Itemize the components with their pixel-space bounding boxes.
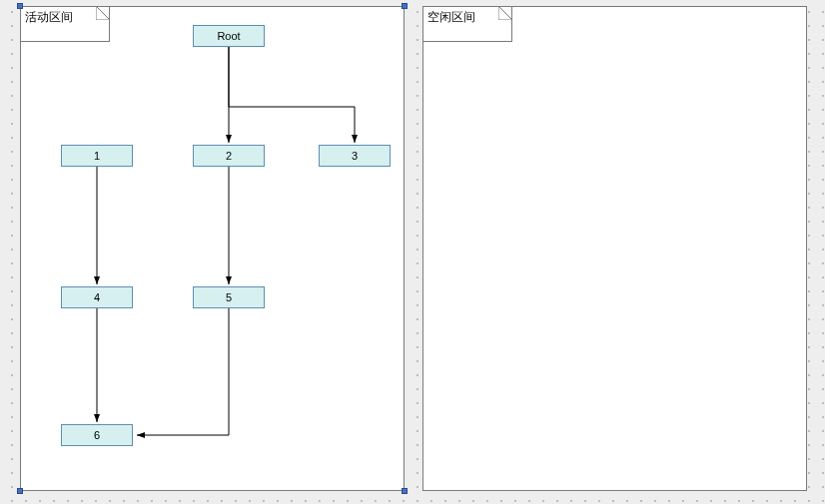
node-1[interactable]: 1 (61, 145, 133, 167)
node-label: 3 (352, 150, 358, 162)
svg-marker-0 (96, 6, 110, 20)
panel-title-right: 空闲区间 (427, 9, 475, 26)
node-root[interactable]: Root (193, 25, 265, 47)
panel-tab-right: 空闲区间 (422, 6, 512, 42)
selection-handle-tl[interactable] (17, 3, 23, 9)
node-label: 4 (94, 291, 100, 303)
node-6[interactable]: 6 (61, 424, 133, 446)
fold-corner-icon (498, 6, 512, 20)
fold-corner-icon (96, 6, 110, 20)
active-area-panel[interactable]: 活动区间 Root 1 2 3 4 5 6 (20, 6, 405, 491)
panel-tab-left: 活动区间 (20, 6, 110, 42)
node-label: 6 (94, 429, 100, 441)
node-5[interactable]: 5 (193, 286, 265, 308)
node-label: 1 (94, 150, 100, 162)
selection-handle-tr[interactable] (402, 3, 408, 9)
idle-area-panel[interactable]: 空闲区间 (422, 6, 807, 491)
node-4[interactable]: 4 (61, 286, 133, 308)
panel-title-left: 活动区间 (25, 9, 73, 26)
svg-marker-8 (498, 6, 512, 20)
node-label: 5 (226, 291, 232, 303)
node-label: Root (217, 30, 240, 42)
node-3[interactable]: 3 (319, 145, 391, 167)
node-label: 2 (226, 150, 232, 162)
selection-handle-bl[interactable] (17, 488, 23, 494)
svg-line-3 (96, 6, 110, 20)
diagram-edges (21, 7, 404, 490)
svg-line-11 (498, 6, 512, 20)
selection-handle-br[interactable] (402, 488, 408, 494)
node-2[interactable]: 2 (193, 145, 265, 167)
